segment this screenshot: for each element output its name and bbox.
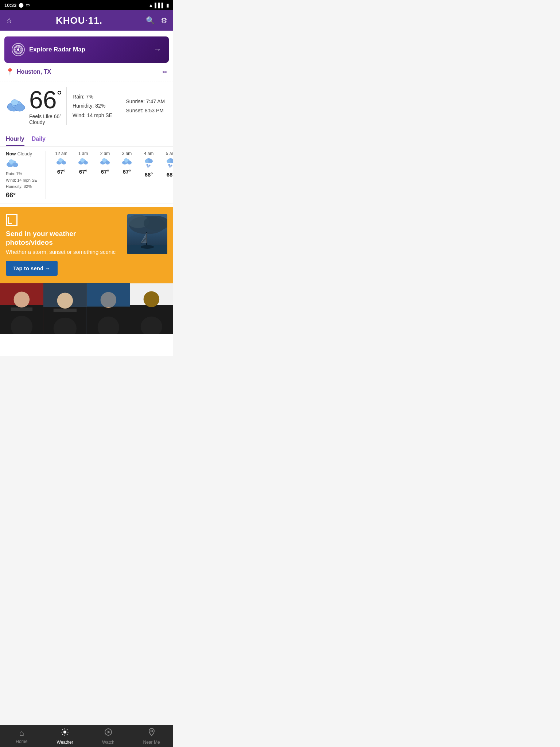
feels-like: Feels Like 66° bbox=[29, 113, 62, 119]
meteorologist-photos bbox=[0, 283, 173, 334]
radar-icon bbox=[12, 43, 25, 56]
app-title: KHOU·11. bbox=[56, 15, 102, 26]
battery-status-icon: ▮ bbox=[166, 3, 169, 8]
svg-point-31 bbox=[147, 164, 148, 166]
signal-icon: ▌▌▌ bbox=[155, 3, 165, 8]
degree-symbol: ° bbox=[57, 89, 62, 102]
svg-point-27 bbox=[124, 158, 128, 162]
rain-value: Rain: 7% bbox=[73, 92, 114, 101]
now-card: Now Cloudy Rain: 7% Wind: 14 mph SE Humi… bbox=[6, 151, 46, 199]
svg-point-33 bbox=[147, 166, 149, 168]
svg-rect-77 bbox=[11, 307, 32, 311]
now-cloud-icon bbox=[6, 158, 41, 170]
now-condition-label: Cloudy bbox=[17, 151, 32, 156]
svg-point-26 bbox=[127, 161, 132, 165]
svg-point-10 bbox=[12, 163, 18, 167]
settings-icon[interactable]: ⚙ bbox=[161, 16, 167, 25]
svg-point-18 bbox=[83, 161, 88, 165]
svg-point-22 bbox=[105, 161, 110, 165]
svg-point-14 bbox=[62, 161, 66, 165]
tap-to-send-button[interactable]: Tap to send → bbox=[6, 261, 58, 276]
location-text: Houston, TX bbox=[17, 69, 51, 75]
radar-banner[interactable]: Explore Radar Map → bbox=[4, 36, 169, 63]
svg-point-11 bbox=[9, 159, 14, 164]
pocket-icon: ⬤ bbox=[19, 3, 23, 8]
svg-rect-87 bbox=[87, 283, 130, 307]
hour-item: 5 am 68° bbox=[160, 151, 173, 199]
svg-point-91 bbox=[144, 291, 160, 307]
hour-item: 1 am 67° bbox=[72, 151, 94, 199]
svg-point-39 bbox=[169, 166, 171, 168]
wind-value: Wind: 14 mph SE bbox=[73, 111, 114, 120]
met-photo-3[interactable] bbox=[87, 283, 130, 334]
met-photo-2[interactable] bbox=[43, 283, 87, 334]
app-header: ☆ KHOU·11. 🔍 ⚙ bbox=[0, 10, 173, 31]
photo-banner-title: Send in your weather photos/videos bbox=[6, 229, 123, 247]
svg-point-2 bbox=[17, 49, 19, 51]
svg-point-80 bbox=[57, 293, 73, 309]
weather-details-middle: Rain: 7% Humidity: 82% Wind: 14 mph SE bbox=[67, 92, 120, 120]
forecast-tabs: Hourly Daily bbox=[0, 131, 173, 147]
now-humidity: Humidity: 82% bbox=[6, 183, 41, 190]
status-bar: 10:33 ⬤ ▭ ▲ ▌▌▌ ▮ bbox=[0, 0, 173, 10]
sunrise-value: Sunrise: 7:47 AM bbox=[126, 97, 167, 106]
weather-details-right: Sunrise: 7:47 AM Sunset: 8:53 PM bbox=[120, 97, 167, 115]
svg-point-38 bbox=[171, 165, 172, 167]
now-rain: Rain: 7% bbox=[6, 171, 41, 177]
svg-point-70 bbox=[141, 245, 154, 249]
edit-location-icon[interactable]: ✏ bbox=[163, 69, 167, 76]
location-row: 📍 Houston, TX ✏ bbox=[0, 63, 173, 81]
photo-banner: Send in your weather photos/videos Wheth… bbox=[0, 207, 173, 283]
cloud-weather-icon bbox=[6, 95, 26, 117]
svg-rect-82 bbox=[53, 309, 76, 312]
photo-banner-content: Send in your weather photos/videos Wheth… bbox=[6, 214, 123, 276]
status-time: 10:33 bbox=[4, 3, 16, 8]
main-content: Explore Radar Map → 📍 Houston, TX ✏ bbox=[0, 31, 173, 356]
khou-logo-mark bbox=[6, 214, 18, 226]
sunset-value: Sunset: 8:53 PM bbox=[126, 106, 167, 115]
svg-point-75 bbox=[14, 292, 30, 308]
svg-point-19 bbox=[80, 158, 85, 162]
wifi-icon: ▲ bbox=[148, 3, 153, 8]
now-temp: 66° bbox=[6, 191, 41, 199]
radar-arrow-icon: → bbox=[153, 45, 162, 54]
svg-point-15 bbox=[58, 158, 63, 162]
svg-point-32 bbox=[149, 165, 151, 167]
radar-banner-label: Explore Radar Map bbox=[29, 46, 85, 53]
met-photo-4[interactable] bbox=[130, 283, 173, 334]
svg-point-0 bbox=[14, 45, 23, 54]
location-pin-icon: 📍 bbox=[6, 68, 14, 76]
humidity-value: Humidity: 82% bbox=[73, 101, 114, 111]
now-label: Now bbox=[6, 151, 16, 156]
photo-banner-subtitle: Whether a storm, sunset or something sce… bbox=[6, 249, 123, 255]
svg-point-30 bbox=[148, 159, 153, 163]
svg-point-7 bbox=[11, 100, 18, 105]
condition-label: Cloudy bbox=[29, 119, 62, 125]
hour-item: 4 am 68° bbox=[138, 151, 160, 199]
now-wind: Wind: 14 mph SE bbox=[6, 177, 41, 184]
svg-point-1 bbox=[16, 47, 21, 52]
battery-icon: ▭ bbox=[26, 3, 30, 8]
tab-hourly[interactable]: Hourly bbox=[6, 136, 24, 146]
hourly-items: 12 am 67°1 am 67°2 am 67°3 am 67°4 am bbox=[50, 151, 173, 199]
hourly-scroll[interactable]: Now Cloudy Rain: 7% Wind: 14 mph SE Humi… bbox=[0, 147, 173, 204]
svg-point-37 bbox=[168, 164, 170, 166]
hour-item: 3 am 67° bbox=[116, 151, 138, 199]
storm-photo-thumb bbox=[127, 214, 167, 254]
hour-item: 12 am 67° bbox=[50, 151, 72, 199]
weather-main: 66 ° Feels Like 66° Cloudy Rain: 7% Humi… bbox=[0, 81, 173, 131]
favorites-icon[interactable]: ☆ bbox=[6, 16, 12, 25]
svg-point-23 bbox=[102, 158, 106, 162]
temperature-value: 66 bbox=[29, 87, 57, 112]
tab-daily[interactable]: Daily bbox=[32, 136, 46, 146]
search-icon[interactable]: 🔍 bbox=[146, 16, 155, 25]
hour-item: 2 am 67° bbox=[94, 151, 116, 199]
met-photo-1[interactable] bbox=[0, 283, 43, 334]
